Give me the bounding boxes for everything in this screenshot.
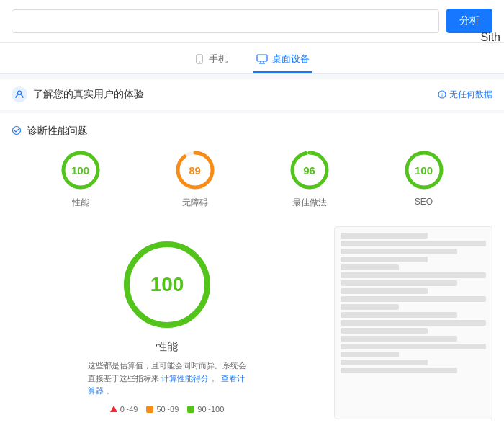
user-icon [12, 86, 27, 102]
tab-mobile[interactable]: 手机 [192, 48, 230, 73]
score-label: 性能 [72, 197, 89, 209]
tab-desktop[interactable]: 桌面设备 [253, 48, 312, 73]
desc-part3: 。 [106, 386, 114, 395]
score-value: 96 [303, 164, 315, 177]
preview-line [341, 272, 486, 278]
svg-rect-2 [257, 55, 267, 61]
preview-line [341, 304, 399, 310]
preview-lines [341, 233, 486, 373]
preview-line [341, 336, 457, 342]
preview-line [341, 288, 428, 294]
preview-line [341, 249, 457, 254]
legend-item: 90~100 [187, 405, 224, 414]
no-data-text: 无任何数据 [449, 89, 492, 101]
big-perf-label: 性能 [156, 340, 178, 354]
preview-line [341, 312, 457, 318]
svg-point-1 [199, 61, 200, 63]
diag-icon [12, 125, 22, 138]
mobile-icon [194, 54, 204, 64]
preview-line [341, 352, 399, 357]
info-icon: i [438, 90, 446, 99]
scores-row: 100 性能 89 无障碍 96 最佳做法 100 SEO [12, 149, 492, 221]
diag-title: 诊断性能问题 [27, 125, 88, 138]
preview-line [341, 280, 457, 286]
preview-panel [334, 226, 492, 419]
tab-mobile-label: 手机 [209, 53, 228, 66]
score-value: 89 [189, 164, 201, 177]
calc-link[interactable]: 计算性能得分 [161, 374, 209, 383]
diag-section: 诊断性能问题 100 性能 89 无障碍 96 最佳做法 [0, 113, 504, 221]
preview-line [341, 233, 428, 239]
legend-color-dot [187, 406, 194, 413]
preview-line [341, 368, 457, 373]
legend-item: 50~89 [146, 405, 179, 414]
preview-line [341, 241, 486, 246]
corner-sith: Sith [480, 31, 500, 44]
score-value: 100 [415, 164, 433, 177]
real-user-section: 了解您的真实用户的体验 i 无任何数据 [0, 79, 504, 110]
legend-label: 0~49 [120, 405, 138, 414]
preview-line [341, 344, 486, 349]
desc-part2: 。 [211, 374, 219, 383]
preview-line [341, 320, 486, 326]
score-value: 100 [71, 164, 89, 177]
legend-item: 0~49 [110, 405, 138, 414]
score-item: 100 SEO [403, 149, 445, 209]
legend-label: 90~100 [197, 405, 224, 414]
desktop-icon [256, 54, 268, 64]
analyze-button[interactable]: 分析 [446, 9, 492, 33]
diag-header: 诊断性能问题 [12, 125, 492, 138]
preview-line [341, 360, 428, 365]
legend-label: 50~89 [156, 405, 179, 414]
big-score-circle: 100 [120, 238, 214, 331]
preview-line [341, 296, 486, 302]
legend-color-dot [110, 406, 117, 412]
score-label: 最佳做法 [292, 197, 327, 209]
legend-row: 0~4950~8990~100 [110, 405, 225, 414]
big-score-text: 100 [150, 273, 184, 296]
device-tabs: 手机 桌面设备 [0, 43, 504, 74]
detail-left: 100 性能 这些都是估算值，且可能会同时而异。系统会直接基于这些指标来 计算性… [12, 226, 323, 419]
score-circle: 100 [60, 149, 102, 191]
desc-text: 这些都是估算值，且可能会同时而异。系统会直接基于这些指标来 计算性能得分 。 查… [88, 360, 246, 398]
score-circle: 100 [403, 149, 445, 191]
preview-line [341, 264, 399, 270]
tab-desktop-label: 桌面设备 [272, 53, 310, 66]
detail-section: 100 性能 这些都是估算值，且可能会同时而异。系统会直接基于这些指标来 计算性… [0, 221, 504, 423]
preview-line [341, 257, 428, 262]
svg-point-6 [18, 91, 22, 94]
score-item: 96 最佳做法 [289, 149, 330, 209]
real-user-title: 了解您的真实用户的体验 [33, 88, 438, 101]
no-data-link[interactable]: i 无任何数据 [438, 89, 492, 101]
score-circle: 96 [289, 149, 330, 191]
top-bar: https://9999-_.xyz/ 分析 [0, 0, 504, 43]
score-item: 100 性能 [60, 149, 102, 209]
svg-point-9 [13, 126, 21, 134]
legend-color-dot [146, 406, 153, 413]
score-circle: 89 [174, 149, 216, 191]
score-label: SEO [415, 197, 433, 207]
svg-text:i: i [441, 92, 443, 97]
url-input[interactable]: https://9999-_.xyz/ [12, 9, 439, 33]
preview-line [341, 328, 428, 334]
score-label: 无障碍 [182, 197, 208, 209]
score-item: 89 无障碍 [174, 149, 216, 209]
